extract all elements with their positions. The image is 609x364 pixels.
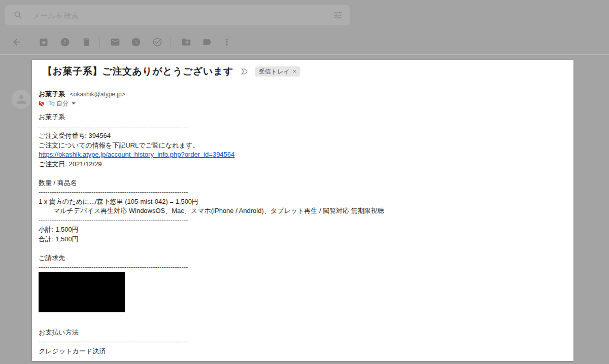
sender-email: <okashik@atype.jp> [70, 91, 125, 98]
body-line: お支払い方法 [39, 328, 546, 338]
chevron-down-icon[interactable] [72, 102, 76, 104]
body-line: ご注文日: 2021/12/29 [39, 160, 546, 169]
redacted-address-block [39, 272, 125, 312]
tune-filter-icon[interactable] [333, 10, 343, 20]
sender-avatar[interactable] [12, 90, 31, 109]
sender-name: お菓子系 [39, 90, 65, 98]
body-line: ご注文受付番号: 394564 [39, 131, 546, 141]
body-line: お菓子系 [39, 113, 546, 122]
archive-icon[interactable] [39, 37, 49, 47]
toolbar-divider [0, 54, 609, 55]
blank-line [39, 169, 546, 178]
separator-line: ----------------------------------------… [39, 122, 546, 132]
blank-line [39, 244, 546, 253]
gmail-message-view: { "colors": { "page_background": "#a4a4a… [0, 0, 609, 364]
body-line: 数量 / 商品名 [39, 178, 546, 188]
delete-icon[interactable] [81, 37, 91, 47]
snooze-icon[interactable] [131, 37, 141, 47]
recipient-text: To 自分 [48, 99, 69, 108]
security-warning-icon [39, 100, 45, 107]
separator-line: ----------------------------------------… [39, 337, 546, 347]
more-options-icon[interactable] [222, 37, 232, 47]
body-line: マルチデバイス再生対応 WindowsOS、Mac、スマホ(iPhone / A… [39, 206, 546, 216]
message-toolbar [0, 30, 609, 54]
separator-line: ----------------------------------------… [39, 263, 546, 272]
search-bar[interactable] [5, 5, 350, 25]
back-arrow-icon[interactable] [12, 37, 22, 47]
importance-marker-icon[interactable] [240, 67, 249, 76]
order-history-link[interactable]: https://okashik.atype.jp/account_history… [39, 151, 234, 158]
recipient-row[interactable]: To 自分 [39, 99, 76, 107]
separator-line: ----------------------------------------… [39, 188, 546, 197]
label-chip-remove-icon[interactable]: × [293, 68, 296, 75]
labels-icon[interactable] [202, 37, 212, 47]
email-subject: 【お菓子系】ご注文ありがとうございます [43, 65, 233, 78]
email-body: お菓子系------------------------------------… [39, 113, 546, 356]
report-spam-icon[interactable] [60, 37, 70, 47]
label-chip-inbox[interactable]: 受信トレイ × [255, 66, 300, 77]
search-input[interactable] [31, 11, 333, 20]
body-line: ご注文についての情報を下記URLでご覧になれます。 [39, 141, 546, 151]
body-line: 合計: 1,500円 [39, 235, 546, 244]
body-line: https://okashik.atype.jp/account_history… [39, 150, 546, 160]
email-card: 【お菓子系】ご注文ありがとうございます 受信トレイ × お菓子系 <okashi… [32, 60, 573, 361]
body-line: ご請求先 [39, 253, 546, 263]
toolbar-separator [171, 37, 171, 47]
body-line: 1 x 貴方のために.../森下悠里 (105-mist-042) = 1,50… [39, 197, 546, 207]
move-to-icon[interactable] [181, 37, 191, 47]
body-line: 小計: 1,500円 [39, 225, 546, 235]
label-chip-text: 受信トレイ [259, 67, 290, 76]
separator-line: ----------------------------------------… [39, 216, 546, 226]
search-icon[interactable] [13, 10, 23, 20]
sender-row: お菓子系 <okashik@atype.jp> [39, 89, 125, 99]
mark-unread-icon[interactable] [110, 37, 120, 47]
subject-row: 【お菓子系】ご注文ありがとうございます 受信トレイ × [43, 65, 300, 78]
body-line: クレジットカード決済 [39, 347, 546, 356]
toolbar-separator [99, 37, 100, 47]
add-to-tasks-icon[interactable] [152, 37, 162, 47]
